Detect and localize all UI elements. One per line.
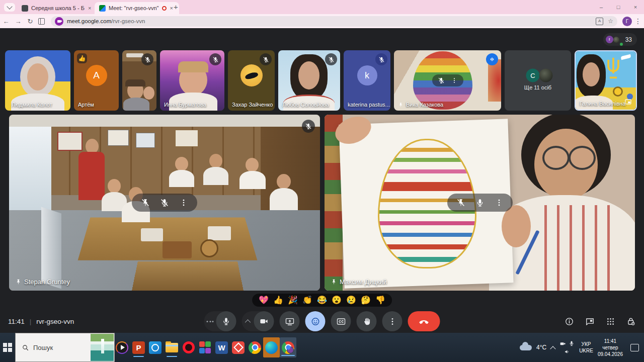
participant-tile-lyubov[interactable]: Любов Соловйова [278,50,340,111]
reaction-party[interactable]: 🎉 [288,296,298,304]
mic-button[interactable] [216,311,236,331]
tray-expand-icon[interactable] [550,346,555,351]
taskbar-powerpoint[interactable]: P [130,336,147,358]
speaking-indicator-icon [486,53,498,65]
taskbar-word[interactable]: W [213,336,230,358]
camera-button[interactable] [254,311,274,331]
forward-button[interactable]: → [12,18,24,25]
present-screen-button[interactable] [280,311,300,331]
tile-hover-controls[interactable] [432,74,463,86]
participant-tile-zakhar[interactable]: Захар Зайченко [228,50,275,111]
taskbar-filmora[interactable] [230,336,247,358]
school-tab-favicon [22,5,28,12]
browser-profile-avatar[interactable]: Г [622,17,632,26]
reaction-cry[interactable]: 😢 [346,296,356,304]
close-tab-icon[interactable]: × [170,5,174,11]
participant-tile-vika[interactable]: Вика Казакова [394,50,501,111]
more-options-icon[interactable] [179,198,188,207]
more-options-button[interactable] [382,311,403,331]
reaction-thinking[interactable]: 🤔 [361,296,371,304]
participant-tile-lyudmyla[interactable]: Людмила Колот [5,50,70,111]
tile-hover-controls[interactable] [132,194,197,212]
reaction-heart[interactable]: 💖 [259,296,269,304]
browser-menu-icon[interactable]: ⋮ [632,17,644,25]
meeting-details-icon[interactable] [565,317,574,326]
reaction-laugh[interactable]: 😂 [317,296,327,304]
action-center-icon[interactable] [630,344,639,351]
taskbar-office-hub[interactable] [197,336,213,358]
window-close-button[interactable]: × [627,0,644,14]
bookmark-star-icon[interactable]: ☆ [608,18,613,25]
weather-cloud-icon[interactable] [520,345,532,350]
raise-hand-button[interactable] [357,311,377,331]
participant-tile-artem[interactable]: 👍 A Артём [74,50,119,111]
end-call-button[interactable] [408,311,440,331]
thumbs-up-emoji: 👍 [78,55,86,62]
search-highlight-image[interactable] [91,334,114,361]
word-icon: W [215,341,228,354]
start-button[interactable] [0,333,15,362]
new-tab-button[interactable]: + [174,3,178,11]
host-controls-lock-icon[interactable] [626,317,636,326]
taskbar-chrome-profile-active[interactable] [280,337,296,357]
avatar-circle: k [357,65,377,85]
taskbar-file-explorer[interactable] [164,336,180,358]
taskbar-chrome[interactable] [247,336,263,358]
reaction-clap[interactable]: 👏 [302,296,312,304]
participant-tile-katerina[interactable]: k katerina pastus... [344,50,390,111]
mic-options-icon[interactable] [204,321,216,322]
more-participants-tile[interactable]: C Ще 11 осіб [505,50,571,111]
more-options-icon[interactable] [451,77,458,84]
self-view-tile-halyna[interactable]: Галина Василівна [575,50,637,111]
participant-tile-boy[interactable] [122,50,156,111]
mini-avatar [620,43,623,46]
close-tab-icon[interactable]: × [88,5,92,11]
reaction-thumbs-up[interactable]: 👍 [273,296,283,304]
unpin-icon[interactable] [456,198,465,207]
more-options-icon[interactable] [495,198,504,207]
translate-icon[interactable]: A [596,18,603,25]
camera-options-icon[interactable] [242,318,254,324]
tray-device-icon[interactable] [559,340,566,347]
tab-search-button[interactable] [4,3,15,12]
mic-off-icon [209,53,221,65]
address-bar[interactable]: meet.google.com/rvr-gseo-vvn A ☆ [51,16,617,27]
clock[interactable]: 11:41 четвер 09.04.2026 [598,338,623,357]
taskbar-media-player[interactable] [114,336,130,358]
browser-tab-school[interactable]: Середня школа 5 - Б × [17,2,102,14]
tray-volume-icon[interactable] [564,348,571,355]
browser-toolbar: ← → ↻ meet.google.com/rvr-gseo-vvn A ☆ Г… [0,14,644,28]
tile-hover-controls[interactable] [447,194,513,212]
temperature[interactable]: 4°C [536,344,546,351]
filmora-icon [232,341,245,354]
url-path: /rvr-gseo-vvn [111,18,145,24]
mic-control[interactable] [204,311,236,331]
captions-button[interactable] [331,311,351,331]
browser-tab-meet[interactable]: Meet: "rvr-gseo-vvn" × [95,2,179,14]
tray-mic-icon[interactable] [569,340,575,346]
back-button[interactable]: ← [0,18,12,25]
pin-icon [398,102,404,108]
taskbar-opera[interactable] [180,336,197,358]
camera-control[interactable] [242,311,274,331]
reaction-surprised[interactable]: 😮 [332,296,342,304]
window-maximize-button[interactable]: □ [610,0,627,14]
participant-count-pill[interactable]: f 33 [603,33,637,46]
side-panel-icon[interactable] [38,18,45,25]
taskbar-search-input[interactable]: Пошук [15,333,115,362]
main-tile-stepan[interactable]: Stepan Gruntey [9,115,320,291]
main-tile-maksym[interactable]: Максим Дицкий [325,115,635,291]
reaction-thumbs-down[interactable]: 👎 [375,296,385,304]
chat-icon[interactable] [585,317,595,326]
participant-tile-inna[interactable]: Инна Бурматова [160,50,224,111]
taskbar-outlook[interactable] [147,336,164,358]
taskbar-edge[interactable] [263,337,280,357]
unpin-icon[interactable] [141,198,150,207]
avatar-circle [539,69,553,82]
window-minimize-button[interactable]: – [593,0,610,14]
activities-grid-icon[interactable] [606,317,615,326]
refresh-button[interactable]: ↻ [24,18,36,25]
mic-off-icon [302,120,315,133]
language-indicator[interactable]: УКР UKRE [579,341,593,354]
reactions-button[interactable] [305,311,326,331]
